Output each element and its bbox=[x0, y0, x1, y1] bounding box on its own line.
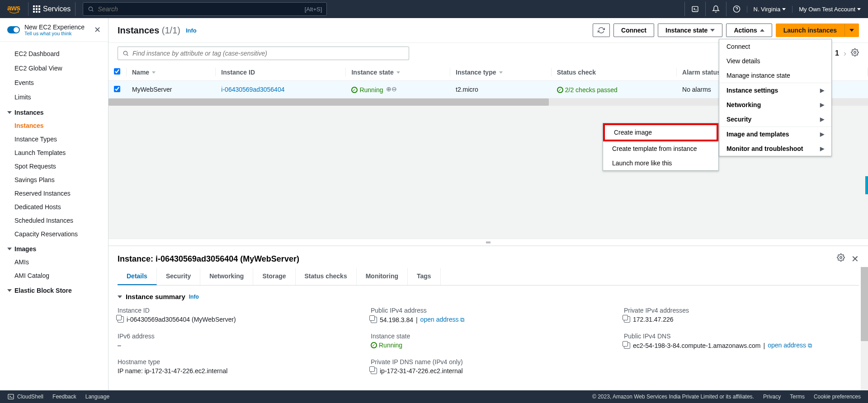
col-instance-id[interactable]: Instance ID bbox=[216, 64, 346, 81]
search-shortcut: [Alt+S] bbox=[305, 6, 322, 13]
global-search[interactable]: [Alt+S] bbox=[83, 2, 327, 16]
col-name[interactable]: Name bbox=[127, 64, 216, 81]
copy-icon[interactable] bbox=[624, 316, 630, 323]
svg-point-4 bbox=[854, 52, 856, 54]
account-selector[interactable]: My Own Test Account bbox=[792, 6, 861, 13]
nav-section-images[interactable]: Images bbox=[0, 241, 108, 255]
new-experience-toggle[interactable] bbox=[7, 26, 20, 33]
info-link[interactable]: Info bbox=[186, 27, 197, 34]
image-templates-submenu: Create image Create template from instan… bbox=[603, 123, 719, 171]
tab-networking[interactable]: Networking bbox=[200, 268, 253, 285]
nav-scheduled-instances[interactable]: Scheduled Instances bbox=[0, 214, 108, 227]
actions-button[interactable]: Actions bbox=[726, 23, 772, 37]
menu-connect[interactable]: Connect bbox=[719, 39, 831, 54]
cell-state: ✓Running bbox=[351, 86, 383, 94]
nav-amis[interactable]: AMIs bbox=[0, 255, 108, 269]
menu-manage-state[interactable]: Manage instance state bbox=[719, 68, 831, 83]
menu-image-templates[interactable]: Image and templates▶ bbox=[719, 127, 831, 141]
nav-instance-types[interactable]: Instance Types bbox=[0, 132, 108, 146]
row-checkbox[interactable] bbox=[114, 86, 120, 92]
field-ipv6: IPv6 address – bbox=[118, 333, 353, 349]
copy-icon[interactable] bbox=[118, 316, 124, 323]
select-all-checkbox[interactable] bbox=[114, 68, 120, 75]
nav-section-instances[interactable]: Instances bbox=[0, 104, 108, 119]
nav-reserved-instances[interactable]: Reserved Instances bbox=[0, 187, 108, 200]
new-experience-banner: New EC2 Experience Tell us what you thin… bbox=[0, 18, 108, 42]
tab-tags[interactable]: Tags bbox=[408, 268, 441, 285]
launch-instances-caret[interactable] bbox=[844, 23, 859, 37]
panel-resize-handle[interactable]: ═ bbox=[108, 239, 868, 246]
svg-point-0 bbox=[89, 7, 93, 10]
refresh-icon bbox=[598, 27, 605, 34]
cell-status-check: ✓2/2 checks passed bbox=[557, 86, 618, 94]
menu-view-details[interactable]: View details bbox=[719, 54, 831, 68]
nav-launch-templates[interactable]: Launch Templates bbox=[0, 146, 108, 159]
launch-instances-button[interactable]: Launch instances bbox=[776, 23, 844, 37]
state-filter-icon[interactable]: ⊕⊖ bbox=[386, 85, 397, 93]
top-navigation: aws Services [Alt+S] N. Virginia My Own … bbox=[0, 0, 868, 18]
open-address-link[interactable]: open address ⧉ bbox=[768, 342, 812, 349]
settings-icon[interactable] bbox=[851, 48, 859, 58]
connect-button[interactable]: Connect bbox=[613, 23, 654, 37]
submenu-create-image[interactable]: Create image bbox=[603, 123, 718, 141]
close-icon[interactable]: ✕ bbox=[94, 25, 101, 35]
menu-networking[interactable]: Networking▶ bbox=[719, 98, 831, 112]
instance-state-button[interactable]: Instance state bbox=[658, 23, 722, 37]
copy-icon[interactable] bbox=[371, 317, 377, 323]
refresh-button[interactable] bbox=[593, 23, 610, 37]
menu-instance-settings[interactable]: Instance settings▶ bbox=[719, 83, 831, 98]
nav-spot-requests[interactable]: Spot Requests bbox=[0, 159, 108, 173]
aws-logo[interactable]: aws bbox=[7, 4, 21, 14]
open-address-link[interactable]: open address ⧉ bbox=[420, 316, 465, 323]
search-icon bbox=[88, 6, 94, 12]
tab-details[interactable]: Details bbox=[118, 268, 157, 285]
detail-settings-icon[interactable] bbox=[837, 253, 845, 264]
cloudshell-icon[interactable] bbox=[684, 2, 699, 16]
menu-security[interactable]: Security▶ bbox=[719, 112, 831, 127]
search-input[interactable] bbox=[98, 5, 304, 13]
nav-limits[interactable]: Limits bbox=[0, 90, 108, 104]
col-instance-type[interactable]: Instance type bbox=[450, 64, 552, 81]
col-instance-state[interactable]: Instance state bbox=[346, 64, 450, 81]
field-instance-id: Instance ID i-06430569ad3056404 (MyWebSe… bbox=[118, 307, 353, 323]
tab-monitoring[interactable]: Monitoring bbox=[357, 268, 408, 285]
nav-ami-catalog[interactable]: AMI Catalog bbox=[0, 269, 108, 282]
nav-ec2-global-view[interactable]: EC2 Global View bbox=[0, 61, 108, 75]
submenu-launch-more[interactable]: Launch more like this bbox=[603, 156, 718, 170]
region-selector[interactable]: N. Virginia bbox=[747, 6, 786, 13]
nav-events[interactable]: Events bbox=[0, 75, 108, 90]
nav-section-ebs[interactable]: Elastic Block Store bbox=[0, 282, 108, 297]
field-private-dns: Private IP DNS name (IPv4 only) ip-172-3… bbox=[371, 358, 606, 375]
field-private-ip: Private IPv4 addresses 172.31.47.226 bbox=[624, 307, 859, 323]
detail-scrollbar[interactable] bbox=[861, 267, 868, 390]
detail-close-icon[interactable]: ✕ bbox=[851, 253, 859, 264]
summary-header[interactable]: Instance summary Info bbox=[118, 293, 859, 300]
detail-tabs: Details Security Networking Storage Stat… bbox=[118, 268, 859, 286]
menu-monitor[interactable]: Monitor and troubleshoot▶ bbox=[719, 141, 831, 156]
help-icon[interactable] bbox=[726, 2, 741, 16]
side-feedback-tab[interactable] bbox=[865, 176, 868, 194]
grid-icon bbox=[33, 5, 40, 13]
col-status-check[interactable]: Status check bbox=[552, 64, 677, 81]
nav-capacity-reservations[interactable]: Capacity Reservations bbox=[0, 227, 108, 241]
nav-ec2-dashboard[interactable]: EC2 Dashboard bbox=[0, 47, 108, 61]
new-experience-subtitle[interactable]: Tell us what you think bbox=[24, 31, 90, 36]
nav-instances[interactable]: Instances bbox=[0, 119, 108, 132]
next-page-icon[interactable]: › bbox=[844, 49, 846, 58]
notifications-icon[interactable] bbox=[705, 2, 720, 16]
page-number: 1 bbox=[835, 49, 839, 57]
tab-security[interactable]: Security bbox=[157, 268, 200, 285]
cell-type: t2.micro bbox=[450, 81, 552, 98]
services-button[interactable]: Services bbox=[28, 2, 75, 16]
detail-title: Instance: i-06430569ad3056404 (MyWebServ… bbox=[118, 254, 299, 264]
cell-instance-id[interactable]: i-06430569ad3056404 bbox=[221, 86, 284, 93]
nav-savings-plans[interactable]: Savings Plans bbox=[0, 173, 108, 187]
tab-storage[interactable]: Storage bbox=[253, 268, 295, 285]
nav-dedicated-hosts[interactable]: Dedicated Hosts bbox=[0, 200, 108, 214]
cell-name: MyWebServer bbox=[127, 81, 216, 98]
copy-icon[interactable] bbox=[371, 368, 377, 374]
tab-status-checks[interactable]: Status checks bbox=[296, 268, 357, 285]
copy-icon[interactable] bbox=[624, 342, 630, 349]
submenu-create-template[interactable]: Create template from instance bbox=[603, 141, 718, 156]
find-instance-input[interactable] bbox=[118, 47, 409, 60]
